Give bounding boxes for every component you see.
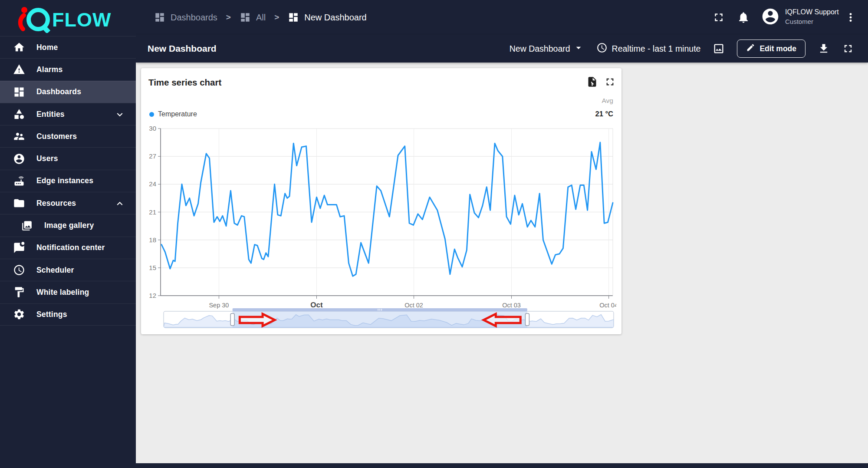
logo-text: FLOW bbox=[52, 9, 111, 31]
user-info[interactable]: IQFLOW Support Customer bbox=[785, 7, 842, 26]
download-icon[interactable] bbox=[818, 43, 830, 55]
sidebar-item-label: Alarms bbox=[36, 65, 63, 74]
y-axis-label: 21 bbox=[149, 208, 156, 216]
widget-export-icon[interactable] bbox=[586, 76, 598, 88]
sidebar-item-customers[interactable]: Customers bbox=[0, 125, 136, 147]
alarms-icon bbox=[13, 63, 25, 76]
sidebar-item-users[interactable]: Users bbox=[0, 147, 136, 169]
y-axis-label: 12 bbox=[149, 292, 156, 299]
timeseries-chart: 12151821242730Sep 30OctOct 02Oct 03Oct 0… bbox=[141, 68, 616, 334]
sidebar-item-label: Image gallery bbox=[44, 221, 94, 230]
sidebar-item-label: Scheduler bbox=[36, 266, 74, 275]
timewindow-button[interactable]: Realtime - last 1 minute bbox=[596, 42, 701, 56]
image-icon bbox=[713, 43, 725, 55]
sidebar-item-label: Entities bbox=[36, 110, 65, 119]
notification-center-icon bbox=[13, 242, 25, 254]
settings-icon bbox=[13, 308, 25, 320]
image-gallery-icon bbox=[21, 220, 33, 231]
sidebar-item-label: Notification center bbox=[36, 243, 105, 252]
pencil-icon bbox=[746, 43, 755, 52]
y-axis-label: 24 bbox=[149, 180, 156, 188]
sidebar-item-entities[interactable]: Entities bbox=[0, 103, 136, 125]
chevron-up-icon bbox=[114, 198, 125, 209]
sidebar-item-home[interactable]: Home bbox=[0, 36, 136, 58]
logo-q-tail bbox=[43, 26, 49, 32]
legend-item-temperature[interactable]: Temperature bbox=[149, 110, 197, 118]
avatar[interactable] bbox=[761, 7, 780, 28]
entities-icon bbox=[13, 108, 25, 120]
edge-instances-icon bbox=[13, 175, 25, 187]
sidebar-item-scheduler[interactable]: Scheduler bbox=[0, 259, 136, 281]
fullscreen-icon bbox=[842, 43, 854, 55]
caret-down-icon bbox=[573, 42, 584, 56]
topbar: Dashboards>All>New Dashboard IQFLOW Supp… bbox=[136, 0, 868, 35]
page-title: New Dashboard bbox=[148, 43, 217, 54]
user-role: Customer bbox=[785, 17, 842, 26]
edit-mode-button[interactable]: Edit mode bbox=[737, 40, 806, 58]
scheduler-icon bbox=[596, 42, 608, 53]
x-axis-label: Oct 02 bbox=[404, 302, 423, 309]
pencil-icon bbox=[746, 43, 755, 54]
bell-icon bbox=[737, 11, 750, 24]
sidebar-item-alarms[interactable]: Alarms bbox=[0, 58, 136, 80]
x-axis-label: Sep 30 bbox=[209, 302, 229, 309]
notifications-bell-button[interactable] bbox=[737, 11, 750, 24]
user-name: IQFLOW Support bbox=[785, 7, 842, 17]
scheduler-icon bbox=[13, 264, 25, 276]
widget-fullscreen-icon[interactable] bbox=[604, 76, 616, 88]
sidebar-item-dashboards[interactable]: Dashboards bbox=[0, 81, 136, 103]
breadcrumb-item-all[interactable]: All bbox=[240, 12, 266, 23]
x-axis-label: Oct 03 bbox=[502, 302, 521, 309]
breadcrumb-item-dashboards[interactable]: Dashboards bbox=[154, 12, 217, 23]
download-icon bbox=[818, 43, 830, 55]
content-area: 12151821242730Sep 30OctOct 02Oct 03Oct 0… bbox=[136, 63, 868, 468]
y-axis-label: 30 bbox=[149, 125, 156, 132]
sidebar-item-notification-center[interactable]: Notification center bbox=[0, 237, 136, 259]
temperature-line-series bbox=[161, 142, 613, 276]
sidebar-item-label: Resources bbox=[36, 199, 76, 208]
fullscreen-icon[interactable] bbox=[842, 43, 854, 55]
legend-agg-value: 21 °C bbox=[595, 110, 613, 118]
sidebar-item-resources[interactable]: Resources bbox=[0, 192, 136, 214]
fullscreen-icon bbox=[604, 76, 616, 88]
minimap-right-handle[interactable] bbox=[525, 313, 529, 326]
breadcrumb-label: New Dashboard bbox=[304, 13, 366, 23]
breadcrumb-separator: > bbox=[274, 13, 279, 22]
sidebar-item-image-gallery[interactable]: Image gallery bbox=[0, 214, 136, 236]
sidebar-item-edge-instances[interactable]: Edge instances bbox=[0, 170, 136, 192]
fullscreen-icon bbox=[712, 11, 725, 24]
widget-title: Time series chart bbox=[148, 77, 221, 88]
sidebar-nav: HomeAlarmsDashboardsEntitiesCustomersUse… bbox=[0, 36, 136, 326]
export-file-icon bbox=[586, 76, 598, 88]
dashboards-icon bbox=[288, 12, 299, 23]
minimap-left-handle[interactable] bbox=[230, 313, 234, 326]
dashboards-icon bbox=[154, 12, 165, 23]
timewindow-label: Realtime - last 1 minute bbox=[612, 44, 701, 54]
legend-dot bbox=[149, 112, 154, 117]
sidebar-item-settings[interactable]: Settings bbox=[0, 303, 136, 326]
fullscreen-button[interactable] bbox=[712, 11, 725, 24]
dashboard-image-button[interactable] bbox=[713, 43, 725, 55]
y-axis-label: 27 bbox=[149, 152, 156, 160]
caret-down-icon bbox=[573, 42, 584, 53]
legend-agg-label: Avg bbox=[602, 97, 613, 105]
x-axis-label: Oct 04 bbox=[599, 302, 616, 309]
chevron-up-icon bbox=[114, 198, 125, 211]
dashboard-select-value: New Dashboard bbox=[510, 44, 570, 54]
more-vert-icon bbox=[844, 11, 857, 24]
iqflow-logo[interactable]: FLOW bbox=[16, 3, 125, 33]
sidebar-item-label: Home bbox=[36, 43, 58, 52]
more-menu-button[interactable] bbox=[844, 11, 857, 24]
dashboard-select[interactable]: New Dashboard bbox=[510, 42, 584, 56]
timeseries-widget-card: 12151821242730Sep 30OctOct 02Oct 03Oct 0… bbox=[141, 68, 621, 334]
breadcrumb-label: Dashboards bbox=[171, 13, 217, 23]
chevron-down-icon bbox=[114, 109, 125, 120]
y-axis-label: 15 bbox=[149, 264, 156, 271]
sidebar-item-label: Settings bbox=[36, 310, 67, 319]
users-icon bbox=[13, 153, 25, 165]
dashboard-toolbar: New Dashboard New Dashboard Realtime - l… bbox=[136, 35, 868, 63]
resources-icon bbox=[13, 197, 25, 209]
breadcrumb-separator: > bbox=[226, 13, 231, 22]
sidebar-item-white-labeling[interactable]: White labeling bbox=[0, 281, 136, 303]
breadcrumb-item-new-dashboard[interactable]: New Dashboard bbox=[288, 12, 366, 23]
